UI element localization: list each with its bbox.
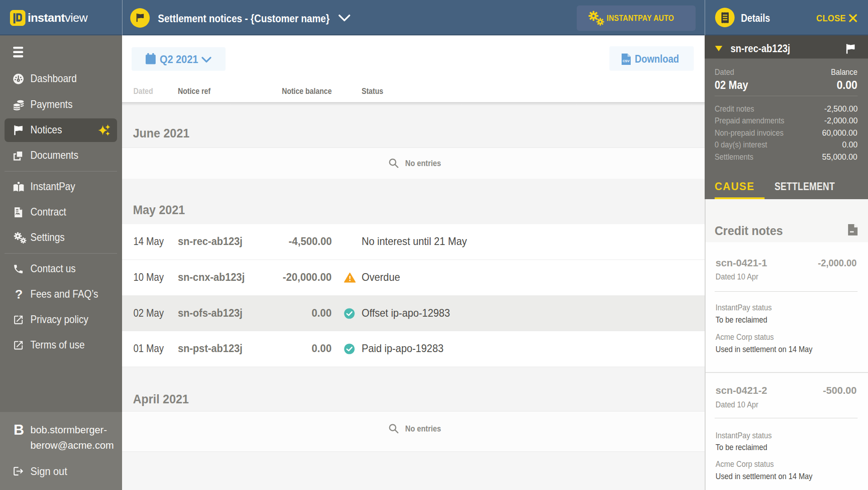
svg-text:CSV: CSV xyxy=(623,59,629,63)
